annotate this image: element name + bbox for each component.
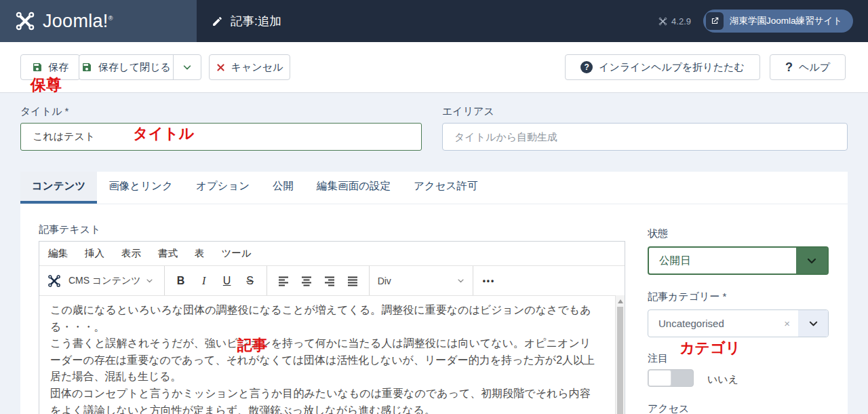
editor-scrollbar[interactable] [615,295,625,414]
save-close-button-group: 保存して閉じる [79,54,201,80]
align-center-button[interactable] [296,270,317,292]
tab-editing-layout[interactable]: 編集画面の設定 [305,172,402,204]
alias-field-label: エイリアス [442,105,494,118]
action-toolbar: 保存 保存して閉じる キャンセル ? インラインヘルプを折りたたむ ? ヘル [0,42,868,93]
cancel-label: キャンセル [231,61,283,74]
menu-view[interactable]: 表示 [121,247,141,260]
title-field-label: タイトル * [20,105,68,118]
inline-help-label: インラインヘルプを折りたたむ [599,61,745,74]
featured-label: 注目 [648,352,668,365]
external-link-icon [706,12,724,30]
question-icon: ? [785,60,793,75]
featured-value: いいえ [707,373,738,386]
align-justify-button[interactable] [342,270,363,292]
help-button[interactable]: ? ヘルプ [770,54,846,80]
featured-toggle[interactable] [648,369,694,387]
annotation-save: 保尊 [31,75,62,96]
save-close-button[interactable]: 保存して閉じる [79,55,173,79]
menu-format[interactable]: 書式 [158,247,178,260]
registered-mark: ® [108,15,113,22]
site-button-label: 湖東学園Joomla練習サイト [730,15,842,27]
format-select-value: Div [378,276,391,286]
joomla-version-icon [658,17,667,26]
title-input[interactable] [20,123,422,151]
chevron-down-icon [146,277,153,284]
align-center-icon [300,275,313,287]
editor-toolbar: CMS コンテンツ B I U S [39,266,625,296]
annotation-category: カテゴリ [679,338,741,358]
category-value: Uncategorised [648,318,776,329]
scrollbar-thumb[interactable] [617,307,623,414]
article-body-text: この歳になるといろいろな団体の調整役になることが増えてくる。調整役に重要なのはビ… [39,295,625,414]
clear-category-icon[interactable]: × [776,318,798,329]
align-right-button[interactable] [319,270,340,292]
annotation-article: 記事 [237,335,267,356]
tab-options[interactable]: オプション [184,172,261,204]
alias-input[interactable] [442,123,848,151]
underline-button[interactable]: U [216,270,238,292]
save-icon [32,62,43,73]
access-label: アクセス [648,402,689,414]
tab-content[interactable]: コンテンツ [20,172,97,204]
strikethrough-button[interactable]: S [239,270,261,292]
more-tools-button[interactable]: ••• [473,266,505,295]
tab-strip: コンテンツ 画像とリンク オプション 公開 編集画面の設定 アクセス許可 [20,172,848,204]
article-paragraph: こう書くと誤解されそうだが、強いビジョンを持って何かに当たる人は調整役には向いて… [50,335,597,385]
align-left-button[interactable] [273,270,294,292]
rich-text-editor: 編集 挿入 表示 書式 表 ツール CMS コンテンツ [39,241,625,414]
category-chevron-button[interactable] [798,310,828,337]
joomla-brand[interactable]: Joomla!® [0,0,197,42]
page-heading: 記事:追加 [212,13,281,29]
category-select[interactable]: Uncategorised × [648,309,829,337]
top-right: 4.2.9 湖東学園Joomla練習サイト [658,0,853,42]
brand-text: Joomla!® [43,11,113,32]
italic-button[interactable]: I [193,270,215,292]
menu-table[interactable]: 表 [195,247,205,260]
cancel-button[interactable]: キャンセル [209,54,290,80]
toggle-knob [648,370,671,386]
status-select[interactable]: 公開日 [648,246,829,275]
chevron-down-icon [806,255,817,266]
article-paragraph: 団体のコンセプトと言うかミッションと言うか目的みたいなものは重要なのであって、初… [50,385,597,414]
page-title: 記事:追加 [231,13,281,29]
status-chevron-button[interactable] [796,248,827,274]
editor-content-area[interactable]: この歳になるといろいろな団体の調整役になることが増えてくる。調整役に重要なのはビ… [39,295,625,414]
align-left-icon [277,275,290,287]
menu-insert[interactable]: 挿入 [85,247,104,260]
top-bar: Joomla!® 記事:追加 4.2.9 [0,0,868,42]
toggle-inline-help-button[interactable]: ? インラインヘルプを折りたたむ [565,54,760,80]
save-label: 保存 [49,61,69,74]
save-options-dropdown-button[interactable] [174,55,201,79]
status-value: 公開日 [649,248,796,274]
tab-images-links[interactable]: 画像とリンク [97,172,184,204]
close-icon [216,63,225,72]
joomla-cms-icon [47,274,61,288]
article-form-card: コンテンツ 画像とリンク オプション 公開 編集画面の設定 アクセス許可 記事テ… [20,172,848,414]
article-text-label: 記事テキスト [39,223,100,236]
category-label: 記事カテゴリー * [648,290,726,303]
menu-edit[interactable]: 編集 [48,247,68,260]
pencil-icon [212,16,223,27]
status-label: 状態 [648,227,668,240]
bold-button[interactable]: B [170,270,192,292]
article-paragraph: この歳になるといろいろな団体の調整役になることが増えてくる。調整役に重要なのはビ… [50,302,597,335]
joomla-version: 4.2.9 [658,16,691,26]
preview-site-button[interactable]: 湖東学園Joomla練習サイト [703,10,853,33]
save-close-label: 保存して閉じる [98,61,170,74]
annotation-title: タイトル [133,124,194,144]
joomla-logo-icon [15,11,35,31]
tab-permissions[interactable]: アクセス許可 [402,172,489,204]
menu-tools[interactable]: ツール [222,247,252,260]
help-label: ヘルプ [799,61,830,74]
chevron-down-icon [457,277,465,284]
align-right-icon [323,275,336,287]
editor-menubar: 編集 挿入 表示 書式 表 ツール [39,242,625,266]
cms-content-button[interactable]: CMS コンテンツ [66,275,156,287]
scroll-up-arrow-icon [618,299,623,303]
cms-content-label: CMS コンテンツ [68,275,141,287]
tab-publishing[interactable]: 公開 [261,172,305,204]
chevron-down-icon [808,318,818,328]
format-select[interactable]: Div [370,266,473,295]
align-justify-icon [347,275,359,287]
joomla-article-add-page: Joomla!® 記事:追加 4.2.9 [0,0,868,414]
